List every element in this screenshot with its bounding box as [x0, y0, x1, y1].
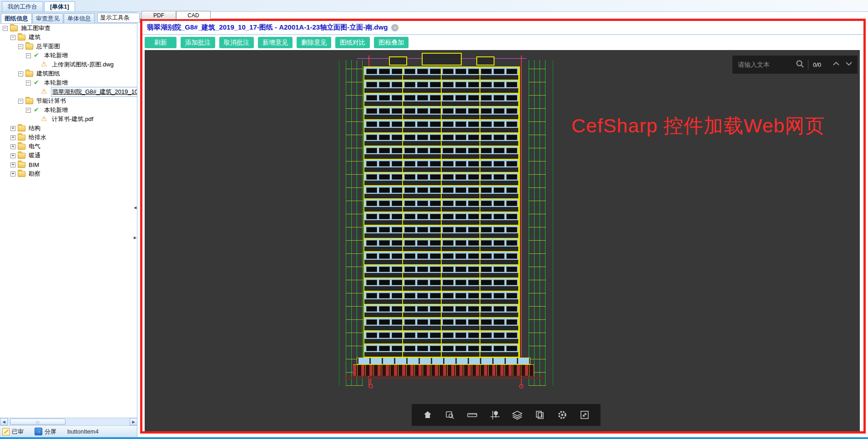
tree-item[interactable]: 节能计算书 — [0, 96, 137, 106]
search-next-icon[interactable] — [845, 61, 853, 69]
tab-my-workbench[interactable]: 我的工作台 — [2, 1, 43, 11]
dimension-lines-left — [346, 60, 363, 386]
tree-item-icon — [41, 116, 49, 122]
drawing-tree: 施工图审查 建筑 总平面图 本轮新增 — [0, 24, 137, 178]
tree-item-icon — [18, 144, 25, 150]
viewer-toolbar-button[interactable]: 新增意见 — [258, 37, 293, 48]
tree-item-icon — [25, 98, 33, 104]
viewer-toolbar-button[interactable]: 取消批注 — [219, 37, 254, 48]
search-input[interactable] — [737, 61, 795, 69]
frames-icon[interactable] — [533, 408, 547, 422]
grid-line — [339, 60, 339, 386]
splitter-collapse-left-icon[interactable]: ◀ — [134, 206, 136, 210]
podium-band — [357, 358, 530, 364]
tree-item[interactable]: 勘察 — [0, 169, 137, 178]
tab-pdf[interactable]: PDF — [141, 11, 176, 19]
tree-item[interactable]: 翡翠湖别院_G8#_建筑_2019_10_17 — [0, 87, 137, 96]
tree-item[interactable]: 本轮新增 — [0, 106, 137, 115]
tree-item-icon — [18, 153, 25, 159]
tree-expander-icon[interactable] — [3, 26, 8, 31]
tree-item[interactable]: 上传测试图纸-原图.dwg — [0, 60, 137, 69]
floor-row — [364, 119, 519, 132]
tree-expander-icon[interactable] — [10, 153, 15, 158]
splitter-collapse-right-icon[interactable]: ▶ — [134, 236, 136, 240]
search-prev-icon[interactable] — [832, 61, 840, 69]
reviewed-icon — [2, 428, 10, 435]
locate-icon[interactable] — [488, 408, 502, 422]
measure-icon[interactable] — [465, 408, 479, 422]
status-bar: 已审 → 分屏 buttonItem4 — [0, 425, 137, 437]
viewer-toolbar-button[interactable]: 删除意见 — [297, 37, 331, 48]
tree-item[interactable]: 结构 — [0, 124, 137, 133]
tree-item[interactable]: 电气 — [0, 142, 137, 151]
drawing-tree-panel: 施工图审查 建筑 总平面图 本轮新增 — [0, 24, 137, 418]
tree-item-label: 电气 — [28, 142, 41, 151]
scroll-right-icon[interactable]: ▶ — [130, 418, 137, 425]
floor-row — [364, 304, 519, 317]
tree-item[interactable]: 计算书-建筑.pdf — [0, 115, 137, 124]
search-icon[interactable] — [795, 59, 804, 70]
tree-item[interactable]: 建筑图纸 — [0, 69, 137, 78]
tree-item-label: 本轮新增 — [43, 106, 69, 115]
tree-expander-icon[interactable] — [10, 144, 15, 149]
dimension-lines-right — [529, 60, 546, 386]
floor-row — [364, 93, 519, 106]
split-screen-label[interactable]: 分屏 — [45, 428, 56, 436]
cad-canvas[interactable]: CefSharp 控件加载Web网页 0/0 — [145, 50, 860, 431]
tree-item[interactable]: 建筑 — [0, 33, 137, 42]
floor-row — [364, 291, 519, 304]
tree-item[interactable]: 本轮新增 — [0, 78, 137, 87]
viewer-toolbar-button[interactable]: 刷新 — [145, 37, 177, 48]
tree-item[interactable]: 暖通 — [0, 151, 137, 160]
tab-monomer-1[interactable]: [单体1] — [44, 1, 75, 11]
home-icon[interactable] — [421, 408, 434, 422]
zoom-window-icon[interactable] — [443, 408, 457, 422]
close-icon[interactable]: × — [391, 24, 399, 31]
layers-icon[interactable] — [510, 408, 524, 422]
tree-expander-icon[interactable] — [10, 162, 15, 167]
scrollbar-thumb[interactable]: ||| — [10, 419, 66, 425]
viewer-toolbar-button[interactable]: 图纸对比 — [335, 37, 370, 48]
app-window: 我的工作台 [单体1] 图纸信息 审查意见 单体信息 显示工具条 施工图审查 — [0, 0, 868, 439]
tab-cad[interactable]: CAD — [176, 11, 211, 19]
tree-hscrollbar[interactable]: ◀ ||| ▶ — [0, 418, 137, 425]
tree-expander-icon[interactable] — [26, 108, 31, 113]
tree-item-icon — [18, 135, 25, 141]
tree-expander-icon[interactable] — [26, 81, 31, 86]
file-tab-bar: 翡翠湖别院_G8#_建筑_2019_10_17-图纸 - A2001A-1-23… — [142, 21, 863, 35]
tree-item[interactable]: 给排水 — [0, 133, 137, 142]
scroll-left-icon[interactable]: ◀ — [0, 418, 8, 425]
viewer-toolbar-button[interactable]: 添加批注 — [181, 37, 215, 48]
file-tab-title[interactable]: 翡翠湖别院_G8#_建筑_2019_10_17-图纸 - A2001A-1-23… — [147, 23, 388, 32]
viewer-toolbar-button[interactable]: 图框叠加 — [374, 37, 409, 48]
tree-expander-icon[interactable] — [18, 99, 23, 104]
tree-item[interactable]: 总平面图 — [0, 42, 137, 51]
tree-item-label: 施工图审查 — [20, 24, 51, 33]
tree-expander-icon[interactable] — [18, 71, 23, 76]
tree-expander-icon[interactable] — [10, 126, 15, 131]
reviewed-label[interactable]: 已审 — [12, 428, 24, 436]
tree-item-label: 节能计算书 — [35, 96, 67, 106]
tree-item-label: 本轮新增 — [43, 51, 69, 60]
floor-row — [364, 80, 519, 93]
tab-review-opinions[interactable]: 审查意见 — [32, 13, 63, 23]
tree-item-label: 结构 — [28, 124, 41, 133]
tree-expander-icon[interactable] — [18, 44, 23, 49]
split-screen-icon: → — [35, 428, 42, 435]
button-item4[interactable]: buttonItem4 — [67, 428, 99, 435]
floor-row — [364, 278, 519, 291]
tree-item-icon — [41, 62, 49, 68]
fullscreen-icon[interactable] — [578, 408, 591, 422]
grid-line — [553, 60, 553, 386]
tab-monomer-info[interactable]: 单体信息 — [64, 13, 95, 23]
tree-expander-icon[interactable] — [10, 35, 15, 40]
settings-icon[interactable] — [555, 408, 569, 422]
tab-drawing-info[interactable]: 图纸信息 — [1, 13, 32, 23]
tree-expander-icon[interactable] — [10, 172, 15, 177]
tree-item[interactable]: 本轮新增 — [0, 51, 137, 60]
tree-item[interactable]: BIM — [0, 160, 137, 169]
tree-expander-icon[interactable] — [26, 53, 31, 58]
tree-item[interactable]: 施工图审查 — [0, 24, 137, 33]
tree-item-icon — [18, 126, 25, 131]
tree-expander-icon[interactable] — [10, 135, 15, 140]
